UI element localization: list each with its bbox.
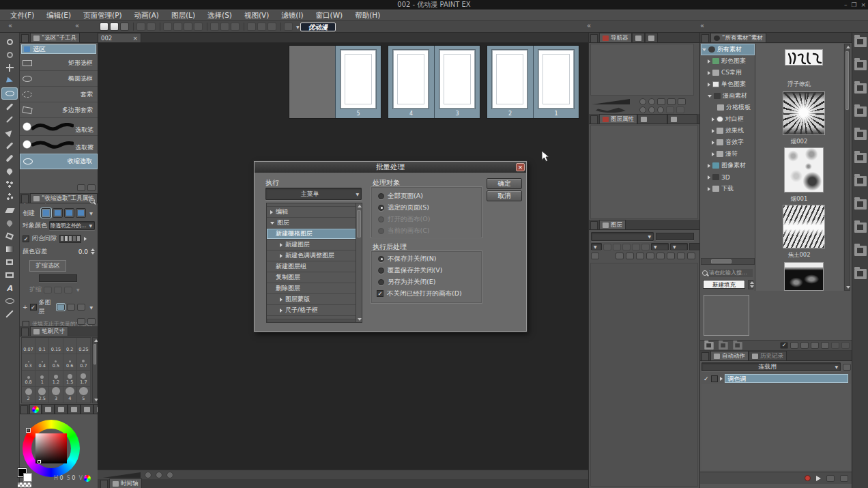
gear-icon[interactable] <box>77 318 85 325</box>
material-tree-hscrollbar[interactable] <box>701 258 755 265</box>
menu-edit[interactable]: 编辑(E) <box>40 10 77 20</box>
panel-stub[interactable] <box>100 480 108 488</box>
material-list-scrollbar[interactable] <box>844 44 850 291</box>
tree-item[interactable]: 复制图层 <box>267 272 362 283</box>
subtool-item-shrink-select[interactable]: 收缩选取 <box>20 154 98 169</box>
decoration-tool-icon[interactable] <box>2 192 17 203</box>
subtool-item-selection-eraser[interactable]: 选取擦 <box>20 136 98 154</box>
layer-filter-dropdown[interactable]: ▼ <box>591 243 602 250</box>
material-thumb-smoke-002[interactable] <box>783 91 825 135</box>
tree-item[interactable]: 图层 <box>267 218 362 229</box>
material-tree-sound-text[interactable]: 音效字 <box>701 137 755 148</box>
material-tree-manga[interactable]: 漫画素材 <box>701 90 755 102</box>
color-set-tab[interactable] <box>55 404 68 414</box>
panel-stub[interactable] <box>590 34 598 42</box>
save-file-icon[interactable] <box>120 23 129 31</box>
brush-size-cell[interactable]: 0.3 <box>22 354 35 371</box>
material-tree-all[interactable]: 所有素材 <box>701 44 755 55</box>
mesh-transform-icon[interactable] <box>231 23 240 31</box>
ref-selected-layers-icon[interactable] <box>67 304 75 311</box>
panel-stub[interactable] <box>21 195 29 203</box>
snap-grid-icon[interactable] <box>267 23 276 31</box>
page-thumbnail[interactable]: 1 <box>533 46 579 118</box>
move-tool-icon[interactable] <box>2 62 17 73</box>
nav-rotate-right-icon[interactable] <box>648 106 655 113</box>
radio-current-canvas[interactable]: 当前的画布(C) <box>378 227 430 235</box>
checkbox-keep-open[interactable]: ✓不关闭已经打开的画布(D) <box>377 289 462 298</box>
add-action-icon[interactable] <box>826 475 835 482</box>
pin-layer-icon[interactable] <box>603 244 611 250</box>
subtool-item-rectangle[interactable]: 矩形选框 <box>20 55 98 71</box>
close-gap-checkbox[interactable]: ✓ <box>23 235 29 242</box>
brush-size-cell[interactable]: 0.6 <box>63 354 77 371</box>
nav-flip-v-icon[interactable] <box>678 98 686 105</box>
subtool-group-header[interactable]: 选区 <box>21 44 96 54</box>
redo-icon[interactable] <box>147 23 156 31</box>
brush-size-cell[interactable]: 0.5 <box>49 354 63 371</box>
sv-cursor[interactable] <box>38 460 41 463</box>
tree-item[interactable]: 图层蒙版 <box>267 294 362 305</box>
tree-item[interactable]: 新建图层 <box>267 240 362 250</box>
list-view-icon[interactable] <box>790 342 798 349</box>
menu-help[interactable]: 帮助(H) <box>349 10 386 20</box>
collapse-panel-icon[interactable]: « <box>75 22 79 29</box>
item-bank-tab[interactable] <box>645 33 658 42</box>
selection-border-icon[interactable] <box>194 23 203 31</box>
brush-size-cell[interactable]: 0.2 <box>63 338 77 354</box>
transfer-layer-icon[interactable] <box>646 253 654 259</box>
snap-special-icon[interactable] <box>257 23 266 31</box>
radio-save-as-close[interactable]: 另存为并关闭(E) <box>378 278 435 286</box>
intermediate-color-tab[interactable] <box>68 404 81 414</box>
zoom-tool-icon[interactable] <box>2 36 17 47</box>
fit-to-screen-icon[interactable] <box>167 472 173 478</box>
brush-size-cell[interactable]: 1.7 <box>77 371 91 387</box>
dimmed-tab-1[interactable] <box>637 114 667 124</box>
color-margin-stepper[interactable] <box>91 248 95 255</box>
cancel-button[interactable]: 取消 <box>487 190 522 201</box>
subtool-item-ellipse[interactable]: 椭圆选框 <box>20 71 98 87</box>
vector-center-checkbox[interactable] <box>23 321 29 327</box>
new-vector-layer-icon[interactable] <box>626 253 634 259</box>
multi-ref-plus[interactable]: + <box>23 304 28 311</box>
material-tree-image[interactable]: 图像素材 <box>701 160 755 171</box>
scale-type-3-icon[interactable] <box>64 287 72 293</box>
menu-filter[interactable]: 滤镜(I) <box>275 10 309 20</box>
close-gap-expand-icon[interactable] <box>84 237 87 241</box>
dialog-title-bar[interactable]: 批量处理 × <box>255 162 526 173</box>
navigator-tab[interactable]: 导航器 <box>599 33 632 42</box>
document-tab[interactable]: 002 × <box>98 33 141 42</box>
menu-page-manage[interactable]: 页面管理(P) <box>77 10 128 20</box>
selection-mode-add-icon[interactable] <box>53 208 63 218</box>
timeline-tab[interactable]: 时间轴 <box>109 478 142 488</box>
scale-expand-icon[interactable]: ▼ <box>76 287 80 292</box>
fill-tool-icon[interactable] <box>2 231 17 242</box>
opacity-field[interactable] <box>656 233 694 240</box>
export-material-icon[interactable] <box>733 341 742 349</box>
eyedropper-tool-icon[interactable] <box>2 114 17 125</box>
page-thumbnail[interactable]: 3 <box>434 46 480 118</box>
airbrush-tool-icon[interactable] <box>2 179 17 190</box>
brush-size-cell[interactable]: 0.07 <box>22 338 35 354</box>
ref-all-layers-icon[interactable] <box>57 304 65 311</box>
panel-stub[interactable] <box>701 34 709 42</box>
navigator-preview[interactable] <box>590 44 694 96</box>
brush-size-cell[interactable]: 1 <box>35 371 49 387</box>
material-tag-scroll[interactable] <box>748 280 753 289</box>
brush-size-cell[interactable]: 5 <box>77 387 91 403</box>
tool-property-tab[interactable]: “收缩选取”工具属性 <box>30 193 98 203</box>
action-expand-icon[interactable] <box>720 377 723 381</box>
library-folder-icon[interactable] <box>854 223 867 233</box>
gradient-tool-icon[interactable] <box>2 244 17 255</box>
lamp-icon[interactable] <box>87 318 96 325</box>
snap-ruler-icon[interactable] <box>247 23 256 31</box>
transform-icon[interactable] <box>220 23 229 31</box>
brush-size-scrollbar[interactable] <box>92 337 98 403</box>
library-folder-icon[interactable] <box>854 176 867 186</box>
brush-size-cell[interactable]: 4 <box>63 387 77 403</box>
radio-open-canvases[interactable]: 打开的画布(O) <box>378 215 430 223</box>
auto-select-tool-icon[interactable] <box>2 101 17 112</box>
material-tree-download[interactable]: 下载 <box>701 183 755 195</box>
material-search-input[interactable] <box>709 269 753 277</box>
add-subtool-icon[interactable] <box>77 184 85 191</box>
ok-button[interactable]: 确定 <box>487 178 522 189</box>
